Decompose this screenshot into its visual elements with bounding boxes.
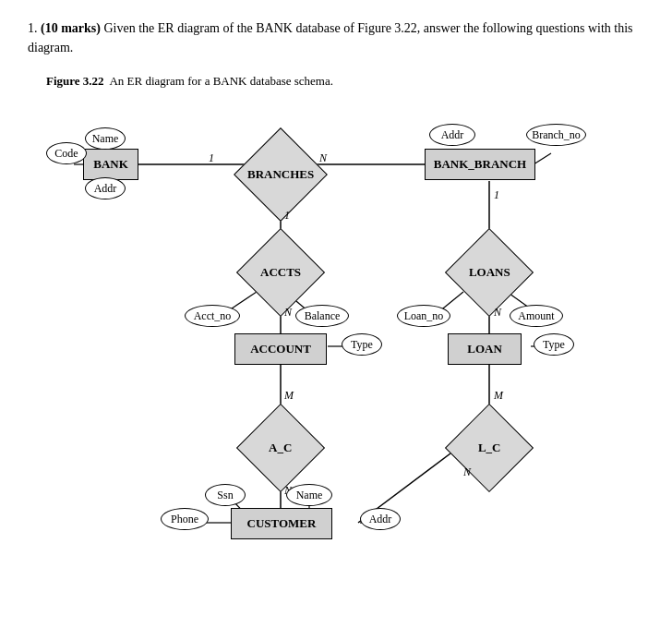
cardinality-branches-bankbranch-N: N xyxy=(319,151,327,165)
name-bank-attribute: Name xyxy=(85,127,126,150)
figure-caption: Figure 3.22 An ER diagram for a BANK dat… xyxy=(46,74,644,89)
loan-entity: LOAN xyxy=(448,333,522,365)
er-diagram: BANK Code Name Addr BRANCHES 1 N BANK_BR… xyxy=(28,98,655,578)
cardinality-branches-accts-1: 1 xyxy=(284,209,290,223)
addr-branch-attribute: Addr xyxy=(429,124,475,146)
accts-relationship: ACCTS xyxy=(236,228,325,317)
loan-no-attribute: Loan_no xyxy=(397,305,450,327)
loans-relationship: LOANS xyxy=(445,228,534,317)
question-body: Given the ER diagram of the BANK databas… xyxy=(28,21,633,54)
branches-relationship: BRANCHES xyxy=(234,127,328,222)
ssn-attribute: Ssn xyxy=(205,484,246,506)
cardinality-lc-customer-N: N xyxy=(463,465,471,479)
ac-relationship: A_C xyxy=(236,404,325,492)
code-attribute: Code xyxy=(46,142,87,164)
svg-line-27 xyxy=(534,153,551,164)
bank-entity: BANK xyxy=(83,149,138,180)
phone-attribute: Phone xyxy=(161,508,209,530)
lc-relationship: L_C xyxy=(445,404,534,492)
name-customer-attribute: Name xyxy=(286,484,332,506)
account-entity: ACCOUNT xyxy=(234,333,327,365)
branch-no-attribute: Branch_no xyxy=(526,124,586,146)
cardinality-loans-loan-N: N xyxy=(494,306,501,320)
customer-entity: CUSTOMER xyxy=(231,508,332,539)
cardinality-bankbranch-loans-1: 1 xyxy=(494,188,499,202)
amount-attribute: Amount xyxy=(510,305,563,327)
addr-customer-attribute: Addr xyxy=(360,508,401,530)
bank-branch-entity: BANK_BRANCH xyxy=(425,149,535,180)
type-loan-attribute: Type xyxy=(534,333,574,356)
question-text: 1. (10 marks) Given the ER diagram of th… xyxy=(28,18,644,57)
cardinality-loan-lc-M: M xyxy=(494,389,503,403)
acct-no-attribute: Acct_no xyxy=(185,305,240,327)
balance-attribute: Balance xyxy=(295,305,349,327)
cardinality-account-ac-M: M xyxy=(284,389,294,403)
question-number: 1. xyxy=(28,21,38,35)
cardinality-bank-branches-1: 1 xyxy=(209,151,214,165)
addr-bank-attribute: Addr xyxy=(85,177,126,199)
type-account-attribute: Type xyxy=(342,333,382,356)
question-marks: (10 marks) xyxy=(41,21,101,35)
cardinality-accts-account-N: N xyxy=(284,306,292,320)
